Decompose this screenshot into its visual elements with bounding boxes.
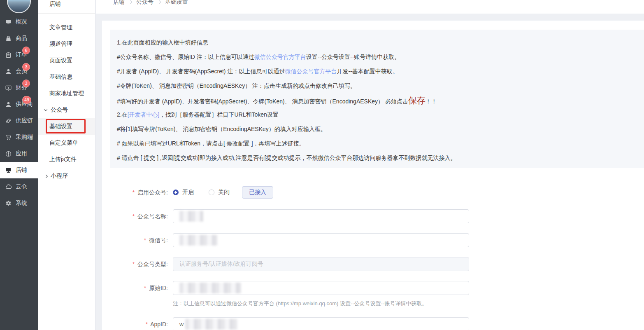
primary-sidebar: 概况商品订单6会员3财务3供应商49供应链采购端应用店铺云仓系统 bbox=[0, 0, 38, 330]
submenu-item-upload-js[interactable]: 上传js文件 bbox=[38, 151, 95, 168]
sidebar-item-goods[interactable]: 商品 bbox=[0, 30, 38, 47]
bag-icon bbox=[5, 35, 12, 42]
field-control-account-type: 认证服务号/认证媒体/政府订阅号 bbox=[173, 257, 469, 271]
field-note: 注：以上信息可以通过微信公众号官方平台 (https://mp.weixin.q… bbox=[173, 300, 469, 307]
instruction-line-4: #填写好的开发者 (AppID)、开发者密码(AppSecret)、令牌(ToK… bbox=[117, 93, 644, 108]
submenu-item-label: 文章管理 bbox=[49, 24, 72, 31]
status-button[interactable]: 已接入 bbox=[242, 186, 273, 199]
instruction-text: 设置--公众号设置--账号详情中获取。 bbox=[306, 54, 400, 60]
required-asterisk: * bbox=[133, 189, 135, 196]
instruction-text: #开发者 (AppID)、 开发者密码(AppSecret) 注：以上信息可以通… bbox=[117, 68, 285, 75]
radio-group-enable-official-account: 开启关闭已接入 bbox=[173, 185, 273, 199]
instruction-text: # 请点击 [ 提交 ] ,返回[提交成功]即为接入成功,注意是否有[提交成功提… bbox=[117, 154, 456, 161]
instruction-text: #令牌(ToKen)、 消息加密密钥（EncodingAESKey） 注：点击生… bbox=[117, 82, 356, 89]
sidebar-item-suppliers[interactable]: 供应商49 bbox=[0, 96, 38, 112]
instruction-line-1: #公众号名称、微信号、原始ID 注：以上信息可以通过微信公众号官方平台设置--公… bbox=[117, 50, 644, 64]
sidebar-item-finance[interactable]: 财务3 bbox=[0, 80, 38, 96]
form-row-original-id: * 原始ID:注：以上信息可以通过微信公众号官方平台 (https://mp.w… bbox=[102, 281, 644, 307]
form-row-enable-official-account: * 启用公众号:开启关闭已接入 bbox=[102, 185, 644, 199]
content-body: 1.在此页面相应的输入框中填好信息#公众号名称、微信号、原始ID 注：以上信息可… bbox=[96, 14, 644, 330]
instruction-line-3: #令牌(ToKen)、 消息加密密钥（EncodingAESKey） 注：点击生… bbox=[117, 79, 644, 93]
sidebar-item-supply-chain[interactable]: 供应链 bbox=[0, 112, 38, 129]
sidebar-item-orders[interactable]: 订单6 bbox=[0, 47, 38, 63]
wheel-icon bbox=[5, 150, 12, 157]
required-asterisk: * bbox=[133, 213, 135, 220]
chevron-down-icon bbox=[44, 108, 47, 111]
notification-badge: 3 bbox=[22, 63, 30, 71]
gear-icon bbox=[5, 200, 12, 206]
top-header: 店铺公众号基础设置 bbox=[96, 0, 644, 14]
sidebar-item-label: 供应链 bbox=[16, 117, 33, 124]
submenu-item-channel-management[interactable]: 频道管理 bbox=[38, 36, 95, 52]
submenu-title: 店铺 bbox=[38, 0, 95, 14]
redacted-value bbox=[179, 283, 241, 293]
sidebar-item-system[interactable]: 系统 bbox=[0, 195, 38, 211]
breadcrumb-item-0[interactable]: 店铺 bbox=[113, 0, 125, 6]
input-wechat-id[interactable] bbox=[173, 233, 469, 247]
radio-option-1[interactable]: 关闭 bbox=[209, 189, 230, 196]
breadcrumb-item-1[interactable]: 公众号 bbox=[136, 0, 153, 6]
inline-link[interactable]: 微信公众号官方平台 bbox=[254, 54, 306, 60]
notification-badge: 3 bbox=[22, 80, 30, 87]
form-row-appid: * AppID:w bbox=[102, 317, 644, 330]
submenu-item-label: 商家地址管理 bbox=[49, 90, 84, 97]
field-label-account-name: * 公众号名称: bbox=[102, 209, 168, 223]
instruction-text: #将[1]填写令牌(ToKen)、 消息加密密钥（EncodingAESKey）… bbox=[117, 126, 326, 132]
input-placeholder: 认证服务号/认证媒体/政府订阅号 bbox=[179, 260, 263, 268]
inline-link[interactable]: [开发者中心] bbox=[128, 111, 160, 118]
secondary-nav: 文章管理频道管理页面设置基础信息商家地址管理公众号基础设置自定义菜单上传js文件… bbox=[38, 14, 95, 184]
form-row-account-type: * 公众号类型:认证服务号/认证媒体/政府订阅号 bbox=[102, 257, 644, 271]
sidebar-item-overview[interactable]: 概况 bbox=[0, 14, 38, 30]
submenu-item-mini-program[interactable]: 小程序 bbox=[38, 168, 95, 184]
instruction-text: 开发--基本配置中获取。 bbox=[337, 68, 398, 75]
chevron-right-icon bbox=[158, 0, 161, 4]
radio-option-0[interactable]: 开启 bbox=[173, 189, 194, 196]
chevron-right-icon bbox=[129, 0, 132, 4]
submenu-item-basic-settings[interactable]: 基础设置 bbox=[38, 118, 95, 135]
breadcrumb-item-2[interactable]: 基础设置 bbox=[165, 0, 188, 6]
inline-link[interactable]: 微信公众号官方平台 bbox=[285, 68, 337, 75]
user-avatar[interactable] bbox=[7, 0, 31, 13]
instruction-text: 2.在 bbox=[117, 111, 128, 118]
sidebar-item-cloud-warehouse[interactable]: 云仓 bbox=[0, 178, 38, 195]
submenu-item-basic-info[interactable]: 基础信息 bbox=[38, 69, 95, 85]
sidebar-item-procurement[interactable]: 采购端 bbox=[0, 129, 38, 145]
required-asterisk: * bbox=[144, 285, 146, 291]
input-account-type: 认证服务号/认证媒体/政府订阅号 bbox=[173, 257, 469, 271]
submenu-item-article-management[interactable]: 文章管理 bbox=[38, 19, 95, 36]
notification-badge: 49 bbox=[22, 96, 31, 104]
form-row-account-name: * 公众号名称: bbox=[102, 209, 644, 223]
sidebar-item-label: 商品 bbox=[16, 35, 27, 42]
input-appid[interactable]: w bbox=[173, 317, 469, 330]
cart-icon bbox=[5, 134, 12, 140]
settings-form: * 启用公众号:开启关闭已接入* 公众号名称:* 微信号:* 公众号类型:认证服… bbox=[102, 185, 644, 330]
instruction-line-5: 2.在[开发者中心]，找到［服务器配置］栏目下URL和Token设置 bbox=[117, 108, 644, 122]
submenu-item-merchant-address[interactable]: 商家地址管理 bbox=[38, 85, 95, 102]
field-control-enable-official-account: 开启关闭已接入 bbox=[173, 185, 273, 199]
redacted-value bbox=[179, 211, 203, 222]
input-original-id[interactable] bbox=[173, 281, 469, 295]
instruction-text: #填写好的开发者 (AppID)、开发者密码(AppSecret)、令牌(ToK… bbox=[117, 98, 408, 105]
chevron-right-icon bbox=[44, 174, 47, 178]
input-account-name[interactable] bbox=[173, 209, 469, 223]
radio-circle-icon bbox=[173, 190, 179, 195]
sidebar-item-members[interactable]: 会员3 bbox=[0, 63, 38, 80]
instruction-text: ，找到［服务器配置］栏目下URL和Token设置 bbox=[159, 111, 278, 118]
submenu-item-official-account[interactable]: 公众号 bbox=[38, 102, 95, 118]
submenu-item-custom-menu[interactable]: 自定义菜单 bbox=[38, 135, 95, 151]
instruction-text: 保存 bbox=[408, 96, 425, 105]
submenu-item-page-settings[interactable]: 页面设置 bbox=[38, 52, 95, 69]
sidebar-item-apps[interactable]: 应用 bbox=[0, 145, 38, 162]
sidebar-item-label: 系统 bbox=[16, 199, 27, 207]
radio-circle-icon bbox=[209, 190, 214, 195]
submenu-title-label: 店铺 bbox=[49, 0, 61, 8]
field-label-enable-official-account: * 启用公众号: bbox=[102, 185, 168, 199]
submenu-item-label: 上传js文件 bbox=[49, 156, 77, 163]
field-label-original-id: * 原始ID: bbox=[102, 281, 168, 307]
notification-badge: 6 bbox=[22, 47, 30, 54]
sidebar-item-shop[interactable]: 店铺 bbox=[0, 162, 38, 178]
instructions-panel: 1.在此页面相应的输入框中填好信息#公众号名称、微信号、原始ID 注：以上信息可… bbox=[110, 30, 644, 168]
field-label-appid: * AppID: bbox=[102, 317, 168, 330]
monitor-icon bbox=[5, 19, 12, 25]
required-asterisk: * bbox=[133, 261, 135, 267]
